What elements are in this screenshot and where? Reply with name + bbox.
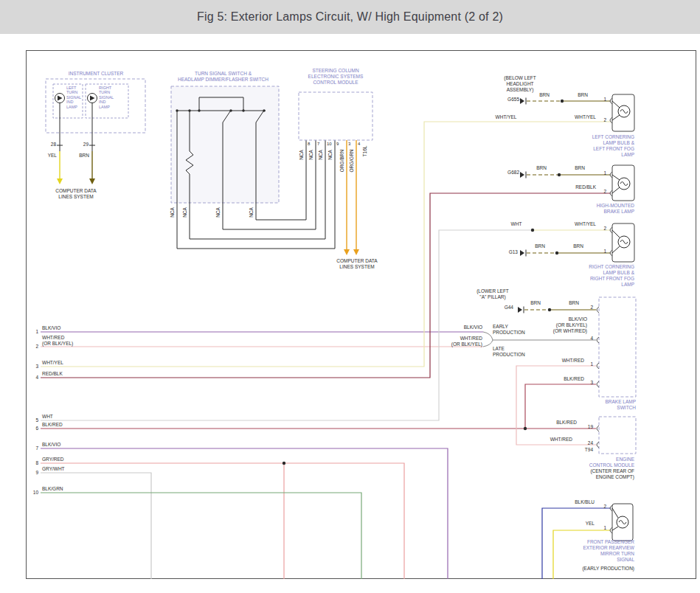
brake-lamp-switch-graphics bbox=[597, 297, 636, 397]
g682-connector-graphics bbox=[520, 172, 611, 178]
instrument-cluster-box bbox=[46, 79, 145, 133]
contact-dot bbox=[229, 109, 232, 111]
switch-pin-label: NCA bbox=[215, 205, 221, 220]
wire-num: 5 bbox=[30, 417, 38, 423]
wire-label: WHT bbox=[42, 414, 86, 420]
junction-dot bbox=[561, 100, 564, 103]
sccm-pin-label: NCA bbox=[318, 148, 324, 162]
mirror-turn-signal-graphics bbox=[610, 504, 633, 541]
wire-num: 2 bbox=[30, 344, 38, 350]
t94-connector-label: T94 bbox=[578, 447, 593, 453]
junction-dot bbox=[558, 173, 561, 176]
turn-signal-switch-title: TURN SIGNAL SWITCH & HEADLAMP DIMMER/FLA… bbox=[166, 71, 280, 83]
t16l-connector-label: T16L bbox=[362, 144, 368, 159]
brn-label: BRN bbox=[531, 165, 552, 171]
brn-wire-label: BRN bbox=[74, 153, 89, 159]
brn-label: BRN bbox=[534, 92, 555, 98]
junction-dot bbox=[524, 427, 527, 430]
engine-control-module-note: (CENTER REAR OF ENGINE COMPT) bbox=[556, 468, 634, 480]
pin-number: 2 bbox=[599, 226, 606, 232]
brn-label: BRN bbox=[530, 243, 550, 249]
down-arrow-icon bbox=[344, 249, 350, 255]
pin-number: 2 bbox=[599, 504, 606, 510]
wht-label: WHT bbox=[506, 221, 527, 227]
org-brn-label: ORG/BRN bbox=[339, 148, 345, 173]
down-arrow-icon bbox=[57, 178, 63, 184]
wire-num: 6 bbox=[30, 426, 38, 431]
sccm-pin-label: NCA bbox=[299, 148, 305, 162]
pin-number: 1 bbox=[599, 170, 606, 176]
contact-dot bbox=[263, 109, 265, 111]
cluster-pin-29: 29 bbox=[80, 142, 89, 148]
wire-label: WHT/YEL bbox=[42, 360, 86, 366]
wire-label: BLK/VIO bbox=[42, 442, 86, 448]
sccm-pin-num: 10 bbox=[327, 142, 334, 147]
wire-num: 4 bbox=[30, 375, 38, 381]
right-turn-ind-label: RIGHT TURN SIGNAL IND LAMP bbox=[99, 86, 117, 109]
pin-number: 1 bbox=[599, 525, 606, 531]
pin-number: 4 bbox=[586, 336, 593, 341]
yel-label: YEL bbox=[566, 521, 595, 527]
org-grn-label: ORG/GRN bbox=[349, 148, 355, 173]
sccm-pin-num: 8 bbox=[308, 142, 315, 147]
wire-label: BLK/RED bbox=[42, 422, 86, 428]
g13-connector-graphics bbox=[520, 250, 611, 257]
computer-data-lines-label: COMPUTER DATA LINES SYSTEM bbox=[322, 258, 392, 270]
brn-label: BRN bbox=[572, 92, 593, 98]
sccm-box bbox=[299, 92, 372, 140]
wire-num: 3 bbox=[30, 364, 38, 370]
down-arrow-icon bbox=[353, 249, 359, 255]
junction-dot bbox=[531, 229, 534, 232]
high-mounted-brake-lamp-graphics bbox=[610, 165, 634, 201]
wiring-diagram-page: Fig 5: Exterior Lamps Circuit, W/ High E… bbox=[0, 0, 700, 593]
early-production-label: EARLY PRODUCTION bbox=[493, 324, 534, 336]
wht-yel-label: WHT/YEL bbox=[558, 221, 596, 227]
red-blk-label: RED/BLK bbox=[555, 184, 596, 190]
wire-num: 9 bbox=[30, 470, 38, 476]
switch-pin-label: NCA bbox=[170, 205, 176, 220]
wire-num: 7 bbox=[30, 445, 38, 451]
wire-label: BLK/GRN bbox=[42, 486, 86, 492]
contact-dot bbox=[198, 109, 200, 111]
wire-7-blk-vio bbox=[41, 448, 448, 579]
instrument-cluster-title: INSTRUMENT CLUSTER bbox=[44, 71, 148, 77]
blk-red-label: BLK/RED bbox=[543, 376, 584, 382]
contact-dot bbox=[242, 109, 244, 111]
pin-number: 24 bbox=[583, 440, 593, 446]
inline-connector-icon bbox=[520, 172, 524, 178]
contact-dot bbox=[188, 109, 190, 111]
wire-num: 1 bbox=[30, 329, 38, 335]
left-cornering-lamp-graphics bbox=[610, 94, 634, 131]
wire-label-alt: (OR BLK/YEL) bbox=[42, 341, 86, 347]
pin-number: 3 bbox=[586, 380, 593, 386]
g44-connector-graphics bbox=[518, 307, 596, 313]
brake-lamp-switch-label: BRAKE LAMP SWITCH bbox=[574, 399, 636, 411]
junction-dot bbox=[555, 252, 558, 254]
switch-pin-label: NCA bbox=[249, 205, 254, 220]
wht-red-end-label: WHT/RED (OR BLK/YEL) bbox=[441, 336, 482, 347]
blk-blu-label: BLK/BLU bbox=[556, 499, 595, 505]
sccm-title: STEERING COLUMN ELECTRONIC SYSTEMS CONTR… bbox=[299, 68, 372, 86]
engine-control-module-box bbox=[599, 417, 636, 454]
pin-number: 19 bbox=[583, 424, 593, 430]
pin-number: 1 bbox=[599, 249, 606, 254]
wire-label: GRY/RED bbox=[42, 457, 86, 462]
inline-connector-icon bbox=[520, 98, 524, 104]
mirror-turn-signal-label: FRONT PASSENGER EXTERIOR REARVIEW MIRROR… bbox=[553, 539, 634, 563]
pin-number: 2 bbox=[586, 305, 593, 311]
brn-label: BRN bbox=[525, 300, 546, 306]
g655-connector-name: G655 bbox=[500, 97, 519, 103]
engine-control-module-graphics bbox=[597, 417, 636, 454]
contact-dot bbox=[176, 109, 178, 111]
brn-label: BRN bbox=[568, 243, 589, 249]
down-arrow-icon bbox=[89, 178, 95, 184]
g682-connector-name: G682 bbox=[499, 170, 519, 176]
brn-label: BRN bbox=[569, 165, 590, 171]
wht-red-label: WHT/RED bbox=[543, 358, 584, 364]
pin-number: 2 bbox=[599, 189, 606, 195]
wire-label: WHT/RED bbox=[42, 335, 86, 341]
wire-label: BLK/VIO bbox=[42, 325, 86, 331]
wht-yel-label: WHT/YEL bbox=[490, 114, 522, 120]
pin-number: 1 bbox=[586, 361, 593, 367]
wire-num: 10 bbox=[28, 490, 38, 496]
